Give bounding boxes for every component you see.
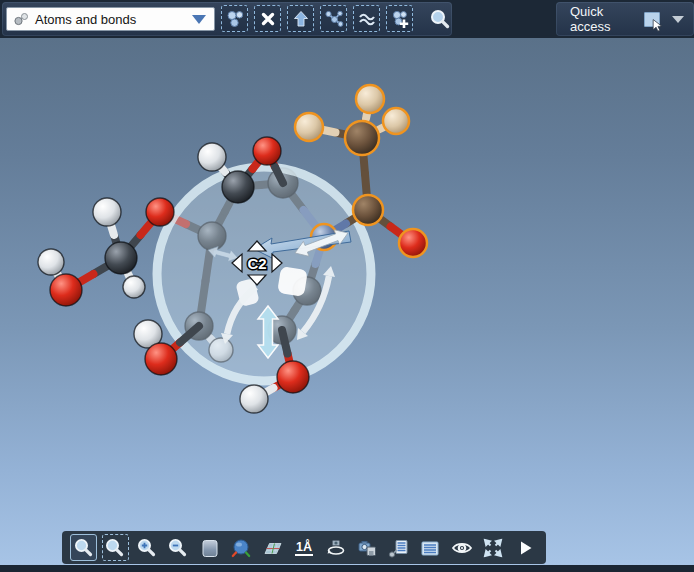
view-orientation-icon (230, 537, 252, 559)
atom-B[interactable] (345, 121, 379, 155)
magnifier-icon (73, 537, 95, 559)
grid-plane-button[interactable] (259, 534, 286, 561)
atom-H[interactable] (93, 198, 121, 226)
atom-E[interactable] (383, 108, 409, 134)
atom-H[interactable] (240, 385, 268, 413)
atom-C[interactable] (222, 171, 254, 203)
molecule-icon (12, 10, 30, 28)
add-to-selection-button[interactable] (386, 5, 413, 32)
fit-view-button[interactable] (480, 534, 507, 561)
atom-B[interactable] (353, 195, 383, 225)
select-connected-icon (324, 9, 344, 29)
select-similar-button[interactable] (353, 5, 380, 32)
atom-O[interactable] (253, 137, 281, 165)
snapshot-button[interactable] (354, 534, 381, 561)
select-up-button[interactable] (287, 5, 314, 32)
top-toolbar: Atoms and bonds (0, 0, 694, 38)
select-spheres-icon (225, 9, 245, 29)
play-animation-button[interactable] (511, 534, 538, 561)
scale-bar-label: 1Å (295, 540, 313, 556)
zoom-out-button[interactable] (165, 534, 192, 561)
zoom-in-button[interactable] (133, 534, 160, 561)
atom-E[interactable] (356, 85, 384, 113)
zoom-to-selection-button[interactable] (426, 5, 454, 33)
chevron-down-icon (672, 16, 684, 23)
waves-icon (357, 9, 377, 29)
visibility-button[interactable] (448, 534, 475, 561)
atom-O[interactable] (146, 198, 174, 226)
select-spheres-button[interactable] (221, 5, 248, 32)
quick-access-group: Quick access (556, 2, 694, 36)
selection-filter-dropdown[interactable]: Atoms and bonds (6, 7, 215, 31)
display-style-icon (199, 537, 221, 559)
atom-E[interactable] (295, 113, 323, 141)
camera-save-icon (356, 537, 378, 559)
atom-H[interactable] (123, 276, 145, 298)
atom-H[interactable] (38, 249, 64, 275)
view-toolbar: 1Å (62, 531, 546, 564)
window-cursor-icon (644, 12, 660, 27)
annotation-icon (388, 537, 410, 559)
play-icon (514, 537, 536, 559)
view-orientation-button[interactable] (228, 534, 255, 561)
eye-icon (451, 537, 473, 559)
spheres-plus-icon (390, 9, 410, 29)
zoom-region-button[interactable] (102, 534, 129, 561)
zoom-in-icon (136, 537, 158, 559)
selection-square[interactable] (277, 266, 308, 297)
magnifier-region-icon (104, 537, 126, 559)
quick-access-label: Quick access (570, 4, 644, 34)
atom-O[interactable] (277, 361, 309, 393)
3d-viewport[interactable]: C2 (0, 38, 694, 565)
application-window: Atoms and bonds (0, 0, 694, 572)
orbit-camera-icon (325, 537, 347, 559)
selection-buttons (221, 5, 454, 33)
magnifier-icon (429, 8, 451, 30)
bond[interactable] (282, 330, 288, 354)
selection-filter-value: Atoms and bonds (35, 12, 192, 27)
chevron-down-icon (192, 15, 206, 24)
display-style-button[interactable] (196, 534, 223, 561)
arrow-up-icon (291, 9, 311, 29)
grid-plane-icon (262, 537, 284, 559)
selection-label: C2 (247, 255, 266, 272)
atom-O[interactable] (399, 229, 427, 257)
quick-access-button[interactable]: Quick access (556, 4, 694, 34)
annotation-button[interactable] (385, 534, 412, 561)
orbit-view-button[interactable] (322, 534, 349, 561)
scale-bar-button[interactable]: 1Å (291, 534, 318, 561)
atom-H[interactable] (198, 143, 226, 171)
zoom-out-icon (167, 537, 189, 559)
fit-view-icon (482, 537, 504, 559)
select-connected-button[interactable] (320, 5, 347, 32)
legend-icon (419, 537, 441, 559)
atom-O[interactable] (50, 274, 82, 306)
clear-selection-button[interactable] (254, 5, 281, 32)
atom-O[interactable] (145, 343, 177, 375)
x-icon (258, 9, 278, 29)
atom-C[interactable] (105, 242, 137, 274)
legend-button[interactable] (417, 534, 444, 561)
window-bottom-edge (0, 565, 694, 572)
zoom-tool-button[interactable] (70, 534, 97, 561)
